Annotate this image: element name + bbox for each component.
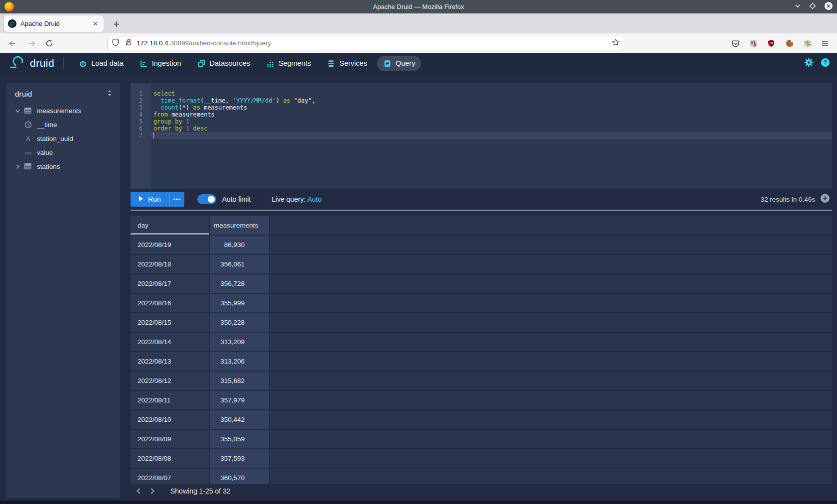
cell-measurements[interactable]: 355,059 xyxy=(210,430,269,448)
settings-gear-icon[interactable] xyxy=(804,58,814,69)
cell-measurements[interactable]: 315,682 xyxy=(210,372,269,390)
cell-measurements-value: 356,061 xyxy=(214,260,245,268)
chevron-right-icon[interactable] xyxy=(13,164,22,169)
nav-item-label: Segments xyxy=(279,59,311,67)
cell-day[interactable]: 2022/08/17 xyxy=(131,274,209,293)
code-line[interactable]: group by 1 xyxy=(151,118,832,125)
code-line[interactable]: order by 1 desc xyxy=(151,125,832,132)
row-filler xyxy=(270,313,832,332)
next-page-icon[interactable] xyxy=(146,485,158,497)
bookmark-star-icon[interactable] xyxy=(612,38,620,48)
play-icon xyxy=(139,195,143,203)
menu-icon[interactable] xyxy=(819,37,831,49)
column-header-measurements[interactable]: measurements xyxy=(210,216,269,235)
asterisk-extension-icon[interactable] xyxy=(802,37,814,49)
cell-measurements[interactable]: 356,728 xyxy=(210,274,269,293)
tree-item-value[interactable]: 123value xyxy=(6,145,120,159)
results-splitter[interactable] xyxy=(131,210,832,211)
cell-day[interactable]: 2022/08/13 xyxy=(131,352,209,371)
cookie-extension-icon[interactable] xyxy=(784,37,796,49)
tab-close-icon[interactable] xyxy=(91,19,100,28)
table-row: 2022/08/07360,570 xyxy=(131,469,832,484)
editor-gutter: 1234567 xyxy=(131,83,151,189)
cell-measurements[interactable]: 350,228 xyxy=(210,313,269,332)
prev-page-icon[interactable] xyxy=(133,485,144,497)
code-line[interactable] xyxy=(151,132,832,139)
cell-day[interactable]: 2022/08/12 xyxy=(131,372,209,390)
druid-brand[interactable]: druid xyxy=(8,55,54,71)
nav-item-segments[interactable]: Segments xyxy=(260,56,317,71)
cell-measurements[interactable]: 356,061 xyxy=(210,255,269,273)
code-token xyxy=(189,125,193,132)
table-row: 2022/08/18356,061 xyxy=(131,255,832,273)
sql-editor[interactable]: 1234567 select time_format(__time, 'YYYY… xyxy=(131,83,832,189)
row-filler xyxy=(270,274,832,293)
tree-item-label: value xyxy=(37,149,53,156)
nav-item-services[interactable]: Services xyxy=(321,56,373,71)
help-icon[interactable]: ? xyxy=(821,58,830,69)
new-tab-button[interactable] xyxy=(110,17,123,30)
chevron-down-icon[interactable] xyxy=(13,108,22,114)
string-icon: A xyxy=(23,135,33,142)
cell-measurements[interactable]: 86,930 xyxy=(210,236,269,254)
column-header-day[interactable]: day xyxy=(131,216,209,235)
nav-item-ingestion[interactable]: Ingestion xyxy=(134,56,187,71)
url-bar[interactable]: 172.18.0.4:30899/unified-console.html#qu… xyxy=(107,36,624,50)
code-line[interactable]: from measurements xyxy=(151,111,832,118)
cell-day[interactable]: 2022/08/08 xyxy=(131,449,209,468)
cell-day[interactable]: 2022/08/19 xyxy=(131,236,209,254)
row-filler xyxy=(270,430,832,448)
browser-tab[interactable]: Apache Druid xyxy=(4,15,104,32)
cell-day[interactable]: 2022/08/11 xyxy=(131,391,209,409)
cell-measurements[interactable]: 313,209 xyxy=(210,333,269,351)
editor-code[interactable]: select time_format(__time, 'YYYY/MM/dd')… xyxy=(151,83,832,189)
cell-measurements[interactable]: 350,442 xyxy=(210,410,269,429)
svg-text:?: ? xyxy=(824,59,827,65)
schema-sort-icon[interactable] xyxy=(107,90,113,99)
run-button[interactable]: Run xyxy=(131,192,169,207)
nav-item-datasources[interactable]: Datasources xyxy=(191,56,256,71)
window-minimize-icon[interactable] xyxy=(794,2,801,11)
pocket-icon[interactable] xyxy=(729,37,741,49)
tree-item-stations[interactable]: stations xyxy=(6,159,120,173)
cell-day[interactable]: 2022/08/14 xyxy=(131,333,209,351)
reload-icon[interactable] xyxy=(43,37,56,50)
cell-measurements[interactable]: 360,570 xyxy=(210,469,269,484)
live-query-value[interactable]: Auto xyxy=(307,195,322,203)
code-line[interactable]: select xyxy=(151,90,832,97)
schema-name: druid xyxy=(15,90,32,99)
cell-day[interactable]: 2022/08/10 xyxy=(131,410,209,429)
code-line[interactable]: count(*) as measurements xyxy=(151,104,832,111)
cell-day[interactable]: 2022/08/07 xyxy=(131,469,209,484)
cell-day[interactable]: 2022/08/15 xyxy=(131,313,209,332)
tree-item-__time[interactable]: __time xyxy=(6,118,120,131)
forward-icon[interactable] xyxy=(25,37,38,50)
cell-day[interactable]: 2022/08/09 xyxy=(131,430,209,448)
cell-measurements[interactable]: 357,593 xyxy=(210,449,269,468)
cell-measurements[interactable]: 355,999 xyxy=(210,294,269,312)
cell-day[interactable]: 2022/08/18 xyxy=(131,255,209,273)
identity-extension-icon[interactable] xyxy=(747,37,759,49)
back-icon[interactable] xyxy=(6,37,19,50)
cell-day[interactable]: 2022/08/16 xyxy=(131,294,209,312)
cell-measurements[interactable]: 357,979 xyxy=(210,391,269,409)
tree-item-measurements[interactable]: measurements xyxy=(6,104,120,118)
window-titlebar: Apache Druid — Mozilla Firefox xyxy=(0,0,837,13)
run-more-button[interactable] xyxy=(169,192,184,207)
window-close-icon[interactable] xyxy=(824,1,833,12)
code-token: (*) xyxy=(179,104,193,111)
tree-item-station_uuid[interactable]: Astation_uuid xyxy=(6,131,120,145)
download-icon[interactable] xyxy=(820,193,830,205)
auto-limit-toggle[interactable] xyxy=(197,194,216,204)
tracking-shield-icon[interactable] xyxy=(112,38,120,48)
code-line[interactable]: time_format(__time, 'YYYY/MM/dd') as "da… xyxy=(151,97,832,104)
nav-item-query[interactable]: Query xyxy=(377,56,421,71)
nav-item-label: Datasources xyxy=(210,59,250,67)
ublock-origin-icon[interactable]: U0 xyxy=(765,37,777,49)
code-token: order by xyxy=(153,125,182,132)
svg-text:A: A xyxy=(26,135,30,142)
window-maximize-icon[interactable] xyxy=(809,2,816,11)
insecure-lock-icon[interactable] xyxy=(125,38,133,48)
cell-measurements[interactable]: 313,206 xyxy=(210,352,269,371)
nav-item-load-data[interactable]: Load data xyxy=(73,56,130,71)
